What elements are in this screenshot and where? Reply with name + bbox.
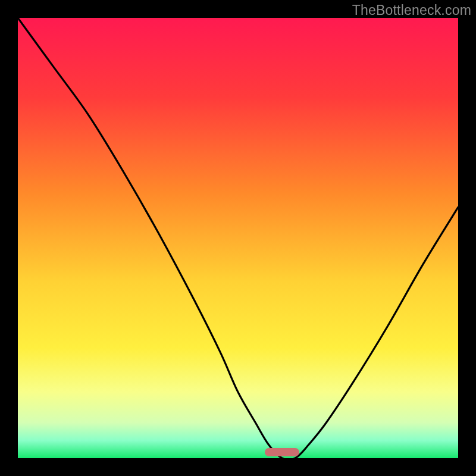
bottleneck-curve — [18, 18, 458, 458]
watermark-text: TheBottleneck.com — [352, 2, 471, 18]
chart-frame: TheBottleneck.com — [0, 0, 476, 476]
plot-area — [18, 18, 458, 458]
optimum-marker — [265, 448, 299, 456]
